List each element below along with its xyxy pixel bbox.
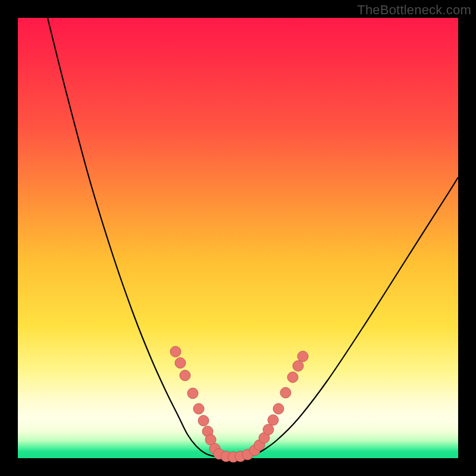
curve-marker: [187, 388, 198, 399]
curve-marker: [273, 403, 284, 414]
curve-markers: [170, 346, 308, 462]
chart-overlay: [18, 18, 458, 458]
chart-frame: TheBottleneck.com: [0, 0, 476, 476]
curve-marker: [280, 387, 291, 398]
curve-marker: [268, 415, 278, 425]
curve-marker: [293, 361, 303, 371]
bottleneck-curve: [48, 18, 458, 458]
curve-marker: [198, 415, 209, 426]
curve-marker: [193, 403, 204, 414]
curve-marker: [180, 370, 190, 381]
curve-marker: [170, 346, 181, 357]
watermark-text: TheBottleneck.com: [357, 2, 471, 18]
curve-marker: [175, 358, 186, 368]
curve-marker: [287, 372, 298, 383]
curve-marker: [263, 424, 274, 435]
curve-marker: [298, 351, 308, 362]
